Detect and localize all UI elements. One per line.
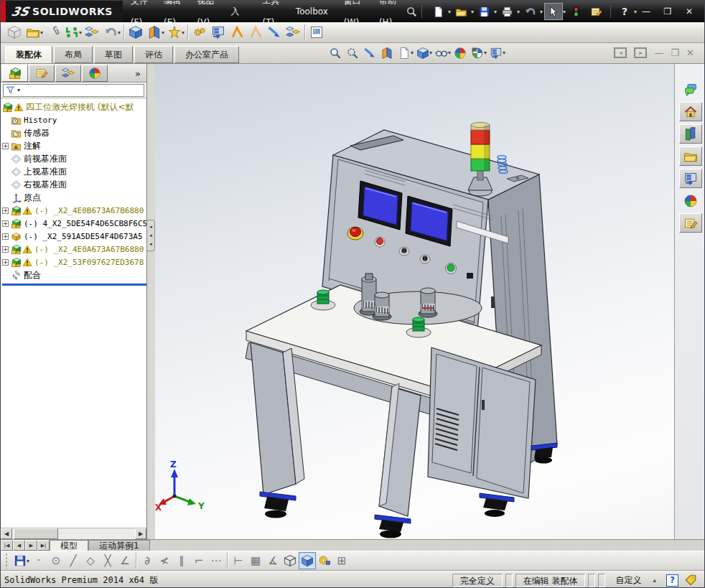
help-button[interactable]: ? xyxy=(615,3,634,20)
dropdown-caret[interactable]: ▾ xyxy=(503,50,505,56)
tab-nav-last[interactable]: ▶| xyxy=(37,540,50,551)
custom-properties-icon[interactable] xyxy=(679,213,702,233)
selection-filter-icon[interactable] xyxy=(567,3,586,20)
explode-line-sketch-icon[interactable] xyxy=(246,24,265,42)
wireframe-cube-icon[interactable] xyxy=(281,552,299,569)
dropdown-caret[interactable]: ▾ xyxy=(484,50,487,56)
dropdown-caret[interactable]: ▾ xyxy=(448,50,451,56)
new-dropdown-caret[interactable]: ▾ xyxy=(448,9,451,15)
trim-tool-icon[interactable]: ╳ xyxy=(99,552,116,569)
panel-splitter-handle[interactable]: ◂◂◂ xyxy=(147,220,155,251)
line-tool-icon[interactable]: ╱ xyxy=(65,552,82,569)
toolbar-grip[interactable] xyxy=(5,553,9,569)
appearances-scenes-icon[interactable] xyxy=(679,191,702,210)
expand-toggle[interactable]: + xyxy=(2,246,9,253)
tab-nav-first[interactable]: |◀ xyxy=(1,540,13,551)
tree-item-mates[interactable]: 配合 xyxy=(2,269,146,281)
dropdown-caret[interactable]: ▾ xyxy=(182,29,185,36)
tab-office-products[interactable]: 办公室产品 xyxy=(174,46,239,63)
tab-sketch[interactable]: 草图 xyxy=(94,46,133,63)
print-dropdown-caret[interactable]: ▾ xyxy=(517,9,520,15)
graphics-viewport[interactable]: Z Y X xyxy=(155,64,674,539)
tree-item-component[interactable]: + (-) _X2_4E0B673A67B6880 xyxy=(2,204,146,217)
measure-tape-icon[interactable] xyxy=(316,552,333,569)
corner-tool-icon[interactable]: ⌐ xyxy=(190,552,207,569)
tag-icon[interactable] xyxy=(684,574,697,587)
scrollbar-thumb[interactable] xyxy=(14,528,58,539)
tree-item-top-plane[interactable]: 上视基准面 xyxy=(2,165,146,178)
arc-tool-icon[interactable]: ∂ xyxy=(139,552,156,569)
motion-gears-icon[interactable] xyxy=(190,24,209,42)
save-button[interactable] xyxy=(475,3,494,20)
component-pattern-icon[interactable] xyxy=(83,24,101,42)
attach-clip-icon[interactable] xyxy=(44,24,62,42)
save-dropdown-caret[interactable]: ▾ xyxy=(494,9,497,15)
tab-model[interactable]: 模型 xyxy=(50,540,88,551)
close-button[interactable]: ✕ xyxy=(680,4,699,19)
table-icon[interactable]: ⊞ xyxy=(333,552,350,569)
select-cursor-button[interactable] xyxy=(544,3,563,20)
exploded-view-icon[interactable] xyxy=(228,24,246,42)
grid-icon[interactable]: ▦ xyxy=(247,552,264,569)
propertymanager-tab[interactable] xyxy=(29,65,55,82)
doc-close-button[interactable]: ✕ xyxy=(686,47,694,58)
dropdown-caret[interactable]: ▾ xyxy=(411,50,414,56)
doc-restore-button[interactable]: ❐ xyxy=(671,47,679,58)
angle-measure-icon[interactable]: ∡ xyxy=(264,552,281,569)
move-component-icon[interactable] xyxy=(126,24,145,42)
tab-assembly[interactable]: 装配体 xyxy=(5,46,52,63)
displaymanager-tab[interactable] xyxy=(82,65,108,82)
edit-appearance-icon[interactable] xyxy=(452,45,469,62)
filter-input[interactable]: ▾ xyxy=(3,84,144,97)
panel-horizontal-scrollbar[interactable]: ◀ ▶ xyxy=(1,528,146,539)
custom-label[interactable]: 自定义 xyxy=(608,574,648,587)
interference-detection-icon[interactable] xyxy=(284,24,302,42)
undo-dropdown-caret[interactable]: ▾ xyxy=(540,9,543,15)
collapse-right-icon[interactable]: ▸ xyxy=(634,47,647,58)
circle-tool-icon[interactable]: ⊙ xyxy=(47,552,65,569)
dropdown-caret[interactable]: ▾ xyxy=(162,29,164,36)
open-button[interactable] xyxy=(452,3,471,20)
tab-evaluate[interactable]: 评估 xyxy=(134,46,173,63)
expand-toggle[interactable]: + xyxy=(2,259,9,266)
search-icon[interactable] xyxy=(405,3,419,20)
expand-toggle[interactable]: + xyxy=(2,233,9,240)
dropdown-caret[interactable]: ▾ xyxy=(27,558,29,564)
tree-item-front-plane[interactable]: 前视基准面 xyxy=(2,152,146,165)
deviation-arrow-icon[interactable] xyxy=(265,24,284,42)
tab-motion-study[interactable]: 运动算例1 xyxy=(88,540,150,551)
filter-dropdown-caret[interactable]: ▾ xyxy=(17,87,20,93)
tree-item-right-plane[interactable]: 右视基准面 xyxy=(2,178,146,191)
zoom-area-icon[interactable] xyxy=(344,45,361,62)
custom-caret-icon[interactable]: ▴ xyxy=(653,577,656,584)
tree-item-component[interactable]: + (-) _X2_591A5DE54F4D673A5 xyxy=(2,230,146,243)
dotted-trace-icon[interactable]: ⋯ xyxy=(207,552,225,569)
tree-splitter-bar[interactable] xyxy=(2,284,146,286)
tree-item-origin[interactable]: 原点 xyxy=(2,191,146,204)
configurationmanager-tab[interactable] xyxy=(55,65,81,82)
angle-lines-icon[interactable]: ∠ xyxy=(116,552,134,569)
parallel-tool-icon[interactable]: ∥ xyxy=(173,552,190,569)
picture-frame-icon[interactable] xyxy=(307,24,326,42)
tab-layout[interactable]: 布局 xyxy=(54,46,93,63)
tree-item-annotations[interactable]: + 注解 xyxy=(2,139,146,152)
tree-item-component[interactable]: + (-) 4_X2_5DE54F4D65CB8F6C5 xyxy=(2,217,146,230)
collapse-left-icon[interactable]: ◂ xyxy=(614,47,627,58)
panel-overflow-chevron[interactable]: » xyxy=(135,68,145,82)
print-button[interactable] xyxy=(498,3,517,20)
forum-chat-icon[interactable] xyxy=(679,80,702,99)
doc-minimize-button[interactable]: — xyxy=(654,47,663,58)
file-explorer-icon[interactable] xyxy=(679,146,702,166)
tree-item-sensors[interactable]: 传感器 xyxy=(2,126,146,139)
dropdown-caret[interactable]: ▾ xyxy=(429,50,432,56)
design-library-icon[interactable] xyxy=(679,124,702,144)
dropdown-caret[interactable]: ▾ xyxy=(79,29,82,36)
dropdown-caret[interactable]: ▾ xyxy=(118,29,121,36)
dropdown-caret[interactable]: ▾ xyxy=(40,29,43,36)
comment-note-icon[interactable] xyxy=(587,3,606,20)
menu-toolbox[interactable]: Toolbox xyxy=(288,1,336,22)
expand-toggle[interactable]: + xyxy=(2,143,9,149)
shaded-cube-icon[interactable] xyxy=(299,552,316,569)
tree-item-component[interactable]: + (-) _X2_4E0A673A67B6880 xyxy=(2,243,146,256)
quick-tip-help-icon[interactable]: ? xyxy=(666,574,678,587)
